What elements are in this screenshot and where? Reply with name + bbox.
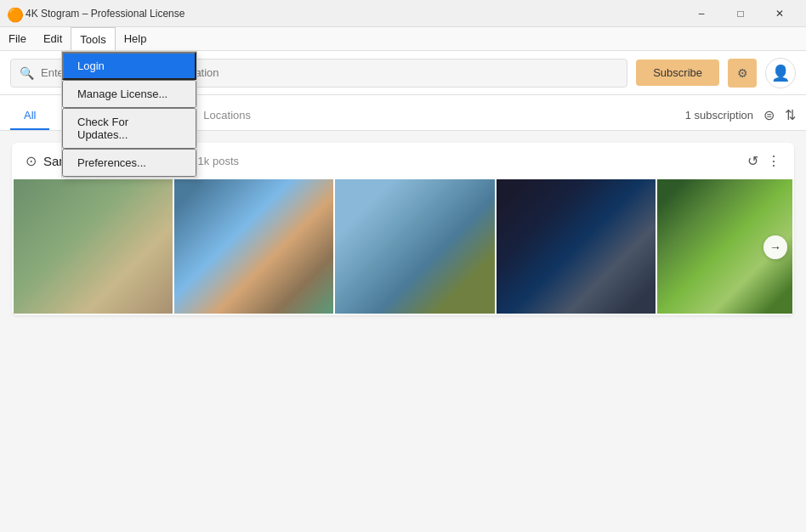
- menu-edit[interactable]: Edit: [35, 27, 71, 50]
- menu-check-updates[interactable]: Check For Updates...: [62, 108, 196, 149]
- menu-file[interactable]: File: [0, 27, 35, 50]
- search-icon: 🔍: [20, 66, 34, 80]
- tab-locations[interactable]: Locations: [190, 102, 264, 130]
- sort-icon: ⇅: [785, 108, 796, 122]
- maximize-button[interactable]: □: [721, 0, 760, 27]
- app-icon: 🟠: [7, 7, 20, 20]
- window-controls: – □ ✕: [682, 0, 799, 27]
- search-sub-icon: ⊜: [763, 108, 775, 122]
- tab-right-area: 1 subscription ⊜ ⇅: [685, 107, 796, 130]
- photo-item-1[interactable]: [14, 179, 173, 314]
- sort-button[interactable]: ⇅: [785, 107, 796, 123]
- menu-tools[interactable]: Tools: [71, 27, 115, 50]
- location-actions: ↺ ⋮: [747, 153, 780, 169]
- location-pin-icon: ⊙: [26, 153, 37, 169]
- title-bar: 🟠 4K Stogram – Professional License – □ …: [0, 0, 806, 27]
- refresh-button[interactable]: ↺: [747, 153, 758, 169]
- subscribe-button[interactable]: Subscribe: [636, 59, 719, 86]
- window-title: 4K Stogram – Professional License: [26, 8, 682, 20]
- account-icon: 👤: [771, 64, 790, 82]
- arrow-right-icon: →: [769, 241, 781, 254]
- menu-bar: File Edit Tools Help Login Manage Licens…: [0, 27, 806, 51]
- next-photo-button[interactable]: →: [763, 235, 787, 259]
- menu-manage-license[interactable]: Manage License...: [62, 80, 196, 108]
- location-posts: 1k posts: [198, 155, 239, 167]
- minimize-button[interactable]: –: [682, 0, 721, 27]
- subscription-count: 1 subscription: [685, 109, 753, 122]
- photo-grid: [12, 179, 794, 315]
- more-options-button[interactable]: ⋮: [767, 153, 780, 169]
- photo-item-4[interactable]: [497, 179, 656, 314]
- tools-dropdown: Login Manage License... Check For Update…: [61, 51, 197, 178]
- menu-login[interactable]: Login: [62, 52, 196, 80]
- close-button[interactable]: ✕: [760, 0, 799, 27]
- refresh-icon: ↺: [747, 154, 758, 168]
- account-button[interactable]: 👤: [765, 58, 796, 88]
- menu-help[interactable]: Help: [116, 27, 156, 50]
- photo-item-3[interactable]: [335, 179, 494, 314]
- photo-item-2[interactable]: [174, 179, 333, 314]
- filter-icon: ⚙: [737, 66, 748, 80]
- more-icon: ⋮: [767, 154, 780, 168]
- tab-all[interactable]: All: [10, 102, 49, 130]
- menu-preferences[interactable]: Preferences...: [62, 149, 196, 177]
- search-subscription-button[interactable]: ⊜: [763, 107, 775, 123]
- filter-button[interactable]: ⚙: [728, 59, 757, 88]
